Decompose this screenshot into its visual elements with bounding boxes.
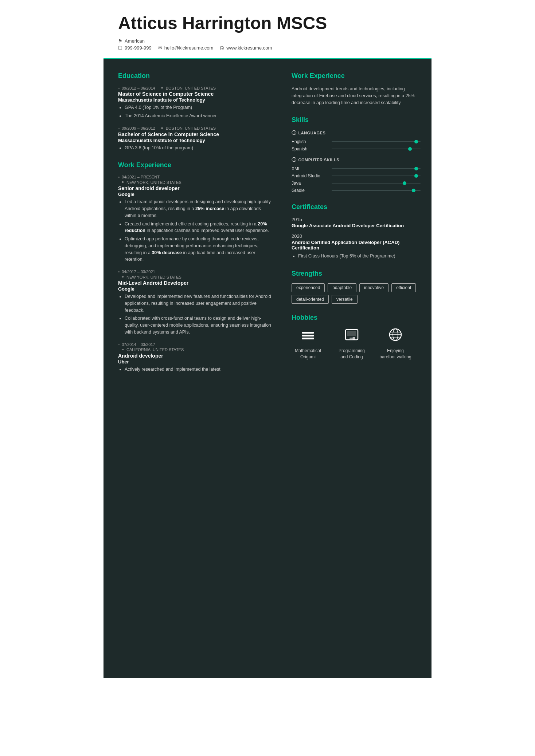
education-entry-2: ▫ 09/2009 – 06/2012 ⚭ BOSTON, UNITED STA… <box>118 126 273 151</box>
hobbies-title: Hobbies <box>292 314 421 322</box>
work3-meta: ▫ 07/2014 – 03/2017 <box>118 342 273 347</box>
location-icon-work1: ⚭ <box>121 180 124 185</box>
certs-title: Certificates <box>292 203 421 211</box>
skill-dot-android-studio <box>414 174 418 178</box>
skill-dot-gradle <box>412 189 415 192</box>
edu2-degree: Bachelor of Science in Computer Science <box>118 131 273 137</box>
calendar-icon-work3: ▫ <box>118 342 120 347</box>
calendar-icon-work1: ▫ <box>118 175 120 179</box>
skill-row-gradle: Gradle <box>292 188 421 193</box>
skill-bar-spanish <box>332 149 421 149</box>
work-entry-2: ▫ 04/2017 – 03/2021 ⚭ NEW YORK, UNITED S… <box>118 269 273 336</box>
skill-bar-android-studio <box>332 176 421 176</box>
body: Education ▫ 09/2012 – 06/2014 ⚭ BOSTON, … <box>104 59 431 678</box>
right-column: Work Experience Android development tren… <box>284 59 431 678</box>
skill-dot-java <box>403 181 406 185</box>
education-entry-1: ▫ 09/2012 – 06/2014 ⚭ BOSTON, UNITED STA… <box>118 86 273 119</box>
calendar-icon-edu2: ▫ <box>118 126 120 130</box>
cert1-year: 2015 <box>292 217 421 222</box>
skill-row-spanish: Spanish <box>292 146 421 151</box>
edu1-dates: 09/2012 – 06/2014 <box>122 86 155 90</box>
contact-row: ☐ 999-999-999 ✉ hello@kickresume.com ☊ w… <box>118 45 417 51</box>
edu1-degree: Master of Science in Computer Science <box>118 91 273 97</box>
work-title-left: Work Experience <box>118 161 273 169</box>
skill-bar-xml <box>332 168 421 169</box>
work-entry-3: ▫ 07/2014 – 03/2017 ⚭ CALIFORNIA, UNITED… <box>118 342 273 373</box>
work1-bullets: Led a team of junior developers in desig… <box>118 198 273 263</box>
hobby-label-coding: Programming and Coding <box>335 348 368 360</box>
edu2-dates: 09/2009 – 06/2012 <box>122 126 155 130</box>
cert2-title: Android Certified Application Developer … <box>292 240 421 251</box>
edu2-bullet-1: GPA 3.8 (top 10% of the program) <box>125 145 273 151</box>
svg-rect-1 <box>302 335 314 336</box>
strengths-title: Strengths <box>292 270 421 277</box>
hobby-label-origami: Mathematical Origami <box>292 348 324 360</box>
edu1-school: Massachusetts Institute of Technology <box>118 97 273 103</box>
cert-entry-1: 2015 Google Associate Android Developer … <box>292 217 421 228</box>
work3-dates: 07/2014 – 03/2017 <box>122 342 155 347</box>
email-icon: ✉ <box>158 45 162 51</box>
edu2-location: BOSTON, UNITED STATES <box>166 126 216 130</box>
hobby-item-walking: Enjoying barefoot walking <box>379 327 412 360</box>
calendar-icon-edu1: ▫ <box>118 86 120 90</box>
skill-name-gradle: Gradle <box>292 188 332 193</box>
skill-row-xml: XML <box>292 166 421 171</box>
work-title-right: Work Experience <box>292 72 421 80</box>
email: hello@kickresume.com <box>164 45 214 51</box>
certificates-section: Certificates 2015 Google Associate Andro… <box>292 203 421 260</box>
skill-bar-english <box>332 141 421 142</box>
header: Atticus Harrington MSCS ⚑ American ☐ 999… <box>104 0 431 59</box>
skills-section: Skills ⓘ LANGUAGES English Spanish <box>292 116 421 193</box>
work2-title: Mid-Level Android Developer <box>118 280 273 286</box>
strength-tag-4: detail-oriented <box>292 295 329 304</box>
work-entry-1: ▫ 04/2021 – PRESENT ⚭ NEW YORK, UNITED S… <box>118 175 273 263</box>
location-icon-work2: ⚭ <box>121 275 124 279</box>
work2-location: NEW YORK, UNITED STATES <box>126 275 181 279</box>
edu2-bullets: GPA 3.8 (top 10% of the program) <box>118 145 273 151</box>
skill-name-java: Java <box>292 181 332 186</box>
work2-bullet-1: Developed and implemented new features a… <box>125 293 273 314</box>
strength-tag-3: efficient <box>391 283 416 292</box>
candidate-name: Atticus Harrington MSCS <box>118 13 417 33</box>
strength-tag-5: versatile <box>332 295 358 304</box>
coding-icon <box>344 327 359 345</box>
svg-rect-0 <box>302 338 314 339</box>
skill-name-spanish: Spanish <box>292 146 332 151</box>
origami-icon <box>301 327 315 345</box>
skill-row-english: English <box>292 139 421 144</box>
work1-dates: 04/2021 – PRESENT <box>122 175 160 179</box>
cert2-bullets: First Class Honours (Top 5% of the Progr… <box>292 253 421 260</box>
strength-tag-0: experienced <box>292 283 325 292</box>
work2-org: Google <box>118 286 273 292</box>
work1-meta: ▫ 04/2021 – PRESENT <box>118 175 273 179</box>
skill-name-android-studio: Android Studio <box>292 173 332 178</box>
work1-bullet-3: Optimized app performance by conducting … <box>125 236 273 263</box>
work2-loc-row: ⚭ NEW YORK, UNITED STATES <box>118 275 273 279</box>
location-icon-edu1: ⚭ <box>160 86 164 90</box>
edu1-meta: ▫ 09/2012 – 06/2014 ⚭ BOSTON, UNITED STA… <box>118 86 273 90</box>
hobby-label-walking: Enjoying barefoot walking <box>379 348 412 360</box>
walking-icon <box>388 327 403 345</box>
work1-org: Google <box>118 192 273 197</box>
svg-rect-6 <box>349 338 352 339</box>
phone: 999-999-999 <box>125 45 152 51</box>
work3-location: CALIFORNIA, UNITED STATES <box>126 347 184 352</box>
svg-point-5 <box>352 337 355 340</box>
cert2-year: 2020 <box>292 233 421 239</box>
languages-group: ⓘ LANGUAGES English Spanish <box>292 130 421 151</box>
cert-entry-2: 2020 Android Certified Application Devel… <box>292 233 421 260</box>
edu1-bullet-2: The 2014 Academic Excellence Award winne… <box>125 113 273 119</box>
location-icon-edu2: ⚭ <box>160 126 164 131</box>
cert1-title: Google Associate Android Developer Certi… <box>292 223 421 228</box>
strengths-section: Strengths experienced adaptable innovati… <box>292 270 421 304</box>
hobby-item-coding: Programming and Coding <box>335 327 368 360</box>
strength-tag-1: adaptable <box>328 283 356 292</box>
info-icon-comp: ⓘ <box>292 157 297 163</box>
computer-skills-group: ⓘ COMPUTER SKILLS XML Android Studio <box>292 157 421 193</box>
skill-bar-java <box>332 183 421 184</box>
edu1-bullet-1: GPA 4.0 (Top 1% of the Program) <box>125 104 273 111</box>
work3-bullet-1: Actively researched and implemented the … <box>125 366 273 373</box>
languages-label: ⓘ LANGUAGES <box>292 130 421 136</box>
skill-row-java: Java <box>292 181 421 186</box>
skill-dot-xml <box>414 167 418 170</box>
